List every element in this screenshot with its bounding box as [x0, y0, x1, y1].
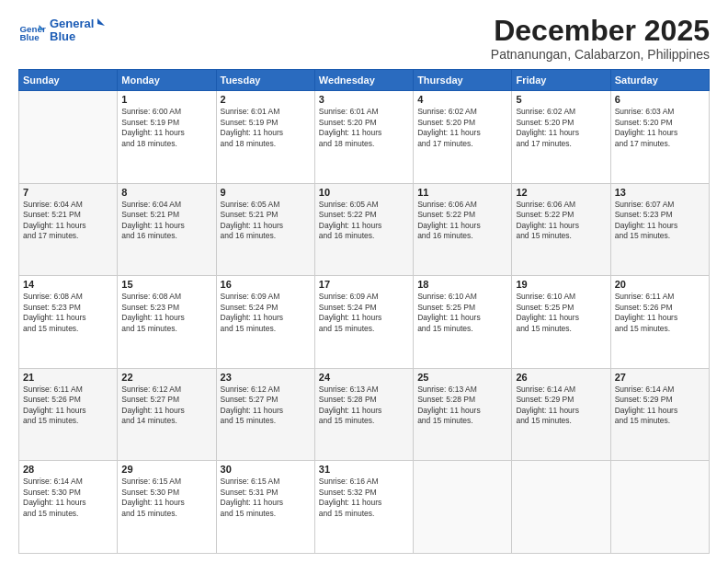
day-info: Sunrise: 6:14 AMSunset: 5:30 PMDaylight:… [23, 477, 113, 519]
day-info: Sunrise: 6:12 AMSunset: 5:27 PMDaylight:… [221, 385, 311, 427]
table-cell: 25Sunrise: 6:13 AMSunset: 5:28 PMDayligh… [414, 368, 512, 461]
table-cell: 8Sunrise: 6:04 AMSunset: 5:21 PMDaylight… [118, 183, 216, 276]
day-number: 6 [615, 94, 705, 105]
day-info: Sunrise: 6:08 AMSunset: 5:23 PMDaylight:… [23, 292, 113, 334]
col-monday: Monday [118, 70, 216, 91]
day-number: 13 [615, 187, 705, 198]
day-info: Sunrise: 6:09 AMSunset: 5:24 PMDaylight:… [221, 292, 311, 334]
table-cell: 10Sunrise: 6:05 AMSunset: 5:22 PMDayligh… [314, 183, 413, 276]
table-cell [610, 461, 709, 554]
calendar-table: Sunday Monday Tuesday Wednesday Thursday… [18, 69, 710, 554]
table-cell: 16Sunrise: 6:09 AMSunset: 5:24 PMDayligh… [216, 276, 314, 369]
table-row: 14Sunrise: 6:08 AMSunset: 5:23 PMDayligh… [19, 276, 710, 369]
table-cell: 11Sunrise: 6:06 AMSunset: 5:22 PMDayligh… [414, 183, 512, 276]
header: General Blue General Blue December 2025 … [18, 15, 710, 62]
day-info: Sunrise: 6:04 AMSunset: 5:21 PMDaylight:… [23, 200, 113, 242]
table-cell: 17Sunrise: 6:09 AMSunset: 5:24 PMDayligh… [314, 276, 413, 369]
col-sunday: Sunday [19, 70, 118, 91]
table-cell: 18Sunrise: 6:10 AMSunset: 5:25 PMDayligh… [414, 276, 512, 369]
day-number: 4 [417, 94, 507, 105]
table-cell: 5Sunrise: 6:02 AMSunset: 5:20 PMDaylight… [512, 91, 610, 184]
table-cell: 4Sunrise: 6:02 AMSunset: 5:20 PMDaylight… [414, 91, 512, 184]
table-cell: 30Sunrise: 6:15 AMSunset: 5:31 PMDayligh… [216, 461, 314, 554]
day-info: Sunrise: 6:13 AMSunset: 5:28 PMDaylight:… [417, 385, 507, 427]
table-row: 1Sunrise: 6:00 AMSunset: 5:19 PMDaylight… [19, 91, 710, 184]
day-info: Sunrise: 6:00 AMSunset: 5:19 PMDaylight:… [121, 107, 211, 149]
day-info: Sunrise: 6:02 AMSunset: 5:20 PMDaylight:… [516, 107, 606, 149]
day-info: Sunrise: 6:10 AMSunset: 5:25 PMDaylight:… [516, 292, 606, 334]
day-info: Sunrise: 6:05 AMSunset: 5:21 PMDaylight:… [221, 200, 311, 242]
logo: General Blue General Blue [18, 15, 105, 52]
day-number: 10 [319, 187, 409, 198]
day-info: Sunrise: 6:13 AMSunset: 5:28 PMDaylight:… [319, 385, 409, 427]
day-number: 8 [121, 187, 211, 198]
day-number: 19 [516, 279, 606, 290]
day-number: 14 [23, 279, 113, 290]
day-number: 20 [615, 279, 705, 290]
table-cell [19, 91, 118, 184]
day-number: 11 [417, 187, 507, 198]
day-number: 25 [417, 372, 507, 383]
table-cell: 3Sunrise: 6:01 AMSunset: 5:20 PMDaylight… [314, 91, 413, 184]
col-friday: Friday [512, 70, 610, 91]
day-number: 16 [221, 279, 311, 290]
table-cell: 20Sunrise: 6:11 AMSunset: 5:26 PMDayligh… [610, 276, 709, 369]
day-info: Sunrise: 6:14 AMSunset: 5:29 PMDaylight:… [516, 385, 606, 427]
table-cell: 21Sunrise: 6:11 AMSunset: 5:26 PMDayligh… [19, 368, 118, 461]
day-number: 2 [221, 94, 311, 105]
calendar-header-row: Sunday Monday Tuesday Wednesday Thursday… [19, 70, 710, 91]
day-number: 22 [121, 372, 211, 383]
table-cell: 12Sunrise: 6:06 AMSunset: 5:22 PMDayligh… [512, 183, 610, 276]
day-number: 24 [319, 372, 409, 383]
day-number: 23 [221, 372, 311, 383]
svg-text:Blue: Blue [20, 32, 40, 42]
day-info: Sunrise: 6:06 AMSunset: 5:22 PMDaylight:… [417, 200, 507, 242]
table-cell [414, 461, 512, 554]
day-info: Sunrise: 6:04 AMSunset: 5:21 PMDaylight:… [121, 200, 211, 242]
day-info: Sunrise: 6:08 AMSunset: 5:23 PMDaylight:… [121, 292, 211, 334]
day-info: Sunrise: 6:15 AMSunset: 5:31 PMDaylight:… [221, 477, 311, 519]
table-cell: 23Sunrise: 6:12 AMSunset: 5:27 PMDayligh… [216, 368, 314, 461]
table-cell: 24Sunrise: 6:13 AMSunset: 5:28 PMDayligh… [314, 368, 413, 461]
logo-svg: General Blue [50, 15, 105, 48]
table-cell: 22Sunrise: 6:12 AMSunset: 5:27 PMDayligh… [118, 368, 216, 461]
table-row: 7Sunrise: 6:04 AMSunset: 5:21 PMDaylight… [19, 183, 710, 276]
day-number: 3 [319, 94, 409, 105]
table-cell: 6Sunrise: 6:03 AMSunset: 5:20 PMDaylight… [610, 91, 709, 184]
day-info: Sunrise: 6:03 AMSunset: 5:20 PMDaylight:… [615, 107, 705, 149]
table-cell: 26Sunrise: 6:14 AMSunset: 5:29 PMDayligh… [512, 368, 610, 461]
day-number: 15 [121, 279, 211, 290]
day-info: Sunrise: 6:11 AMSunset: 5:26 PMDaylight:… [615, 292, 705, 334]
table-cell: 19Sunrise: 6:10 AMSunset: 5:25 PMDayligh… [512, 276, 610, 369]
svg-marker-5 [97, 18, 105, 26]
table-cell: 1Sunrise: 6:00 AMSunset: 5:19 PMDaylight… [118, 91, 216, 184]
day-number: 27 [615, 372, 705, 383]
table-cell: 14Sunrise: 6:08 AMSunset: 5:23 PMDayligh… [19, 276, 118, 369]
table-cell: 13Sunrise: 6:07 AMSunset: 5:23 PMDayligh… [610, 183, 709, 276]
day-number: 21 [23, 372, 113, 383]
day-info: Sunrise: 6:09 AMSunset: 5:24 PMDaylight:… [319, 292, 409, 334]
subtitle: Patnanungan, Calabarzon, Philippines [491, 47, 710, 62]
day-info: Sunrise: 6:16 AMSunset: 5:32 PMDaylight:… [319, 477, 409, 519]
table-cell: 2Sunrise: 6:01 AMSunset: 5:19 PMDaylight… [216, 91, 314, 184]
day-info: Sunrise: 6:15 AMSunset: 5:30 PMDaylight:… [121, 477, 211, 519]
day-number: 9 [221, 187, 311, 198]
day-number: 28 [23, 464, 113, 475]
day-info: Sunrise: 6:10 AMSunset: 5:25 PMDaylight:… [417, 292, 507, 334]
logo-icon: General Blue [18, 19, 46, 47]
col-saturday: Saturday [610, 70, 709, 91]
day-number: 26 [516, 372, 606, 383]
day-info: Sunrise: 6:12 AMSunset: 5:27 PMDaylight:… [121, 385, 211, 427]
day-info: Sunrise: 6:06 AMSunset: 5:22 PMDaylight:… [516, 200, 606, 242]
day-number: 30 [221, 464, 311, 475]
day-info: Sunrise: 6:11 AMSunset: 5:26 PMDaylight:… [23, 385, 113, 427]
day-number: 7 [23, 187, 113, 198]
table-row: 28Sunrise: 6:14 AMSunset: 5:30 PMDayligh… [19, 461, 710, 554]
day-info: Sunrise: 6:14 AMSunset: 5:29 PMDaylight:… [615, 385, 705, 427]
day-info: Sunrise: 6:02 AMSunset: 5:20 PMDaylight:… [417, 107, 507, 149]
svg-text:Blue: Blue [50, 29, 75, 43]
table-cell [512, 461, 610, 554]
day-number: 17 [319, 279, 409, 290]
col-thursday: Thursday [414, 70, 512, 91]
day-info: Sunrise: 6:05 AMSunset: 5:22 PMDaylight:… [319, 200, 409, 242]
